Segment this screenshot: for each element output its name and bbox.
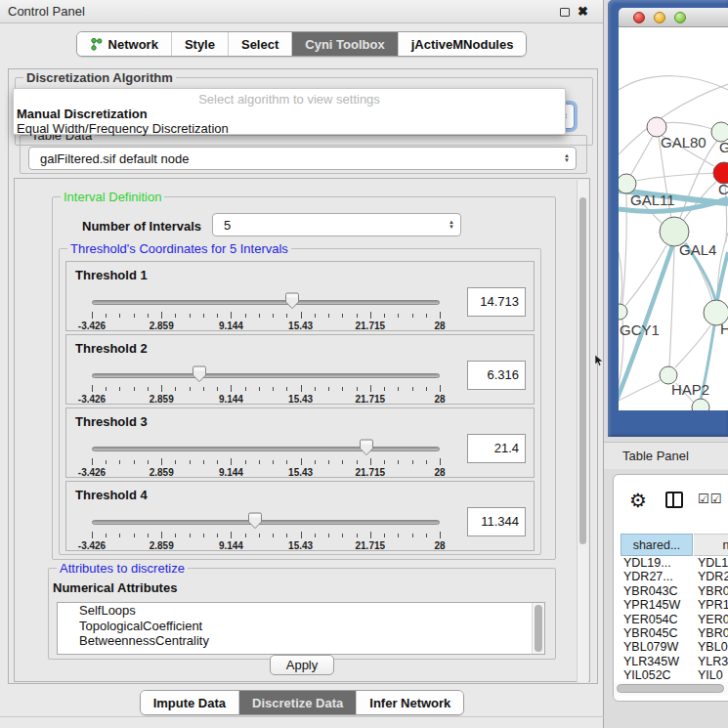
slider-thumb[interactable]: [359, 439, 374, 456]
slider-track[interactable]: [92, 447, 440, 451]
table-row[interactable]: YER054CYER0: [614, 613, 728, 626]
num-intervals-select[interactable]: 5 ▲▼: [212, 213, 461, 236]
network-node[interactable]: [619, 174, 636, 193]
attributes-group: Attributes to discretize Numerical Attri…: [48, 568, 556, 660]
scrollbar-thumb[interactable]: [535, 605, 542, 652]
bottom-tab-bar: Impute Data Discretize Data Infer Networ…: [0, 690, 604, 715]
network-node-label: GAL11: [630, 192, 675, 208]
threshold-2-value-field[interactable]: 6.316: [467, 361, 526, 390]
network-edge[interactable]: [635, 173, 714, 181]
zoom-traffic-light[interactable]: [674, 12, 686, 23]
network-window-titlebar: [619, 8, 728, 27]
tick-label: 21.715: [356, 394, 386, 405]
network-edge[interactable]: [619, 252, 622, 305]
tick-mark: [190, 460, 191, 464]
column-header-name[interactable]: na: [694, 534, 728, 556]
table-row[interactable]: YDL19...YDL1: [614, 556, 728, 570]
tick-mark: [273, 460, 274, 464]
threshold-4-panel: Threshold 4 -3.4262.8599.14415.4321.7152…: [65, 481, 535, 551]
table-toolbar: ⚙ ☑☑: [614, 483, 728, 522]
table-row[interactable]: YDR27...YDR2: [614, 570, 728, 583]
tick-mark: [342, 460, 343, 464]
tick-mark: [175, 314, 176, 318]
slider-track[interactable]: [92, 373, 440, 378]
slider-thumb[interactable]: [284, 292, 300, 310]
tick-mark: [259, 387, 260, 391]
tab-style[interactable]: Style: [171, 32, 228, 56]
tick-mark: [398, 387, 399, 391]
threshold-1-slider[interactable]: -3.4262.8599.14415.4321.71528: [92, 291, 440, 330]
slider-thumb[interactable]: [247, 512, 263, 530]
table-row[interactable]: YPR145WYPR1: [614, 598, 728, 612]
tab-discretize-data[interactable]: Discretize Data: [238, 691, 356, 714]
minimize-traffic-light[interactable]: [654, 12, 665, 23]
table-row[interactable]: YIL052CYIL0: [614, 668, 728, 682]
tick-mark: [245, 534, 246, 537]
dropdown-option-equal-width[interactable]: Equal Width/Frequency Discretization: [14, 121, 565, 136]
slider-track[interactable]: [92, 300, 440, 305]
slider-track[interactable]: [92, 520, 440, 525]
threshold-1-value-field[interactable]: 14.713: [467, 287, 526, 317]
tab-select[interactable]: Select: [228, 32, 291, 56]
network-edge[interactable]: [664, 122, 712, 129]
scrollbar-thumb[interactable]: [579, 197, 586, 544]
tick-mark: [328, 387, 329, 391]
numerical-attributes-list[interactable]: SelfLoopsTopologicalCoefficientBetweenne…: [57, 602, 545, 655]
network-edge[interactable]: [675, 325, 710, 367]
attribute-list-item[interactable]: TopologicalCoefficient: [58, 619, 544, 634]
tick-mark: [190, 534, 191, 537]
table-row[interactable]: YLR345WYLR3: [614, 655, 728, 668]
tick-mark: [398, 534, 399, 537]
close-traffic-light[interactable]: [633, 12, 645, 23]
scrollbar-thumb[interactable]: [617, 684, 724, 693]
tick-mark: [119, 387, 120, 391]
tab-infer-network[interactable]: Infer Network: [356, 691, 463, 714]
table-row[interactable]: YBL079WYBL0: [614, 640, 728, 654]
threshold-3-slider[interactable]: -3.4262.8599.14415.4321.71528: [92, 438, 440, 477]
float-window-icon[interactable]: [560, 8, 570, 17]
attribute-list-item[interactable]: SelfLoops: [58, 603, 544, 619]
tick-mark: [273, 534, 274, 537]
network-edge[interactable]: [619, 76, 728, 90]
table-row[interactable]: YBR045CYBR0: [614, 626, 728, 640]
tick-mark: [119, 314, 120, 318]
tick-label: 15.43: [288, 540, 313, 551]
table-row[interactable]: YBR043CYBR0: [614, 584, 728, 598]
dropdown-option-manual[interactable]: Manual Discretization: [14, 107, 565, 121]
column-header-shared[interactable]: shared...: [621, 534, 693, 556]
tab-network[interactable]: Network: [77, 32, 171, 56]
tab-label: jActiveMNodules: [411, 37, 514, 52]
horizontal-scrollbar[interactable]: [614, 682, 728, 696]
slider-thumb[interactable]: [192, 365, 207, 383]
network-node[interactable]: [619, 304, 627, 320]
tick-mark: [357, 314, 358, 318]
threshold-2-slider[interactable]: -3.4262.8599.14415.4321.71528: [92, 364, 440, 404]
cell-shared-name: YPR145W: [623, 598, 680, 612]
table-data-group: Table Data galFiltered.sif default node …: [20, 135, 587, 174]
tick-label: 9.144: [219, 467, 243, 478]
threshold-3-value-field[interactable]: 21.4: [467, 434, 526, 463]
table-data-select[interactable]: galFiltered.sif default node ▲▼: [28, 147, 577, 170]
spinner-arrows-icon: ▲▼: [558, 153, 576, 163]
list-scrollbar[interactable]: [532, 603, 544, 654]
tick-mark: [259, 460, 260, 464]
network-canvas[interactable]: GAL80GACGAL11GAL4GCY1HHAP2: [619, 27, 728, 410]
apply-button[interactable]: Apply: [270, 655, 334, 675]
split-column-icon[interactable]: [665, 492, 683, 508]
tick-mark: [286, 534, 287, 537]
network-edge[interactable]: [630, 135, 654, 176]
tick-mark: [286, 460, 287, 464]
close-icon[interactable]: ✖: [578, 4, 588, 19]
checkbox-icons[interactable]: ☑☑: [698, 492, 722, 506]
attribute-list-item[interactable]: BetweennessCentrality: [58, 633, 544, 649]
tick-mark: [398, 460, 399, 464]
threshold-4-slider[interactable]: -3.4262.8599.14415.4321.71528: [92, 511, 440, 550]
threshold-4-value-field[interactable]: 11.344: [467, 507, 526, 536]
tab-jactivemnodules[interactable]: jActiveMNodules: [398, 32, 527, 56]
tab-impute-data[interactable]: Impute Data: [141, 691, 238, 714]
tab-cyni-toolbox[interactable]: Cyni Toolbox: [291, 32, 397, 56]
gear-icon[interactable]: ⚙: [629, 489, 647, 512]
network-edge[interactable]: [669, 246, 674, 366]
network-node[interactable]: [692, 399, 709, 410]
vertical-scrollbar[interactable]: [577, 180, 588, 682]
